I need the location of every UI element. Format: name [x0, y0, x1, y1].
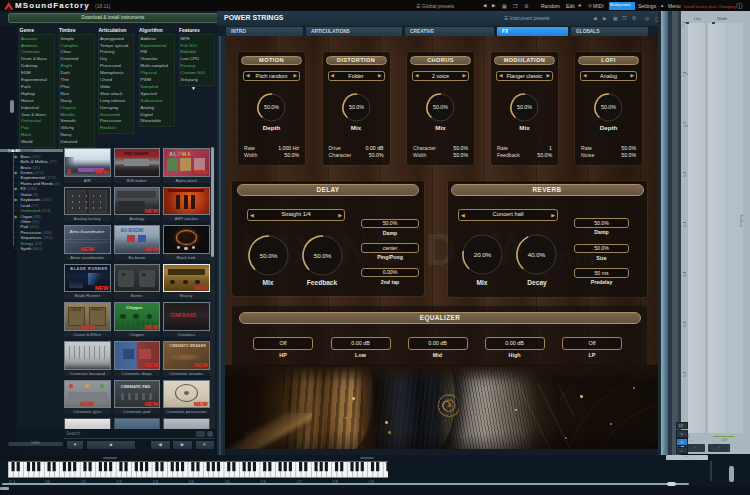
svg-text:50.0%: 50.0%	[517, 104, 532, 110]
svg-text:50.0%: 50.0%	[601, 104, 616, 110]
svg-text:50.0%: 50.0%	[264, 104, 279, 110]
svg-text:50.0%: 50.0%	[348, 104, 363, 110]
svg-text:20.0%: 20.0%	[474, 251, 492, 258]
svg-text:50.0%: 50.0%	[313, 251, 331, 258]
svg-text:50.0%: 50.0%	[259, 251, 277, 258]
svg-text:40.0%: 40.0%	[528, 251, 546, 258]
svg-text:50.0%: 50.0%	[433, 104, 448, 110]
